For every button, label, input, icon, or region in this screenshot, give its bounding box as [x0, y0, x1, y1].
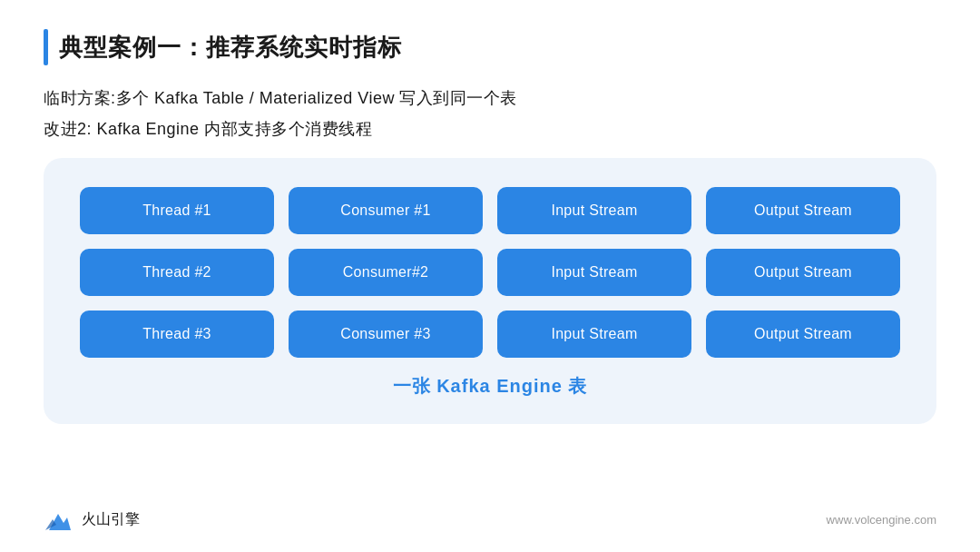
subtitle2: 改进2: Kafka Engine 内部支持多个消费线程 — [44, 118, 936, 140]
thread-3-box: Thread #3 — [80, 310, 274, 358]
diagram-container: Thread #1 Consumer #1 Input Stream Outpu… — [44, 158, 936, 424]
diagram-row-2: Thread #2 Consumer#2 Input Stream Output… — [80, 249, 900, 296]
logo-area: 火山引擎 — [44, 505, 140, 534]
footer: 火山引擎 www.volcengine.com — [44, 505, 936, 534]
consumer-1-box: Consumer #1 — [289, 187, 483, 234]
diagram-row-3: Thread #3 Consumer #3 Input Stream Outpu… — [80, 310, 900, 358]
thread-1-box: Thread #1 — [80, 187, 274, 234]
output-stream-1-box: Output Stream — [706, 187, 900, 234]
output-stream-2-box: Output Stream — [706, 249, 900, 296]
logo-mountain-icon — [44, 505, 73, 534]
input-stream-3-box: Input Stream — [497, 310, 691, 358]
title-section: 典型案例一：推荐系统实时指标 — [44, 29, 936, 65]
consumer-3-box: Consumer #3 — [289, 310, 483, 358]
logo-text: 火山引擎 — [82, 510, 140, 529]
subtitle1: 临时方案:多个 Kafka Table / Materialized View … — [44, 87, 936, 109]
input-stream-2-box: Input Stream — [497, 249, 691, 296]
page: 典型案例一：推荐系统实时指标 临时方案:多个 Kafka Table / Mat… — [0, 0, 980, 552]
output-stream-3-box: Output Stream — [706, 310, 900, 358]
title-bar-decoration — [44, 29, 48, 65]
diagram-rows: Thread #1 Consumer #1 Input Stream Outpu… — [80, 187, 900, 358]
diagram-row-1: Thread #1 Consumer #1 Input Stream Outpu… — [80, 187, 900, 234]
consumer-2-box: Consumer#2 — [289, 249, 483, 296]
input-stream-1-box: Input Stream — [497, 187, 691, 234]
thread-2-box: Thread #2 — [80, 249, 274, 296]
diagram-bottom-label: 一张 Kafka Engine 表 — [393, 374, 588, 399]
website-text: www.volcengine.com — [827, 513, 936, 527]
page-title: 典型案例一：推荐系统实时指标 — [59, 32, 402, 64]
